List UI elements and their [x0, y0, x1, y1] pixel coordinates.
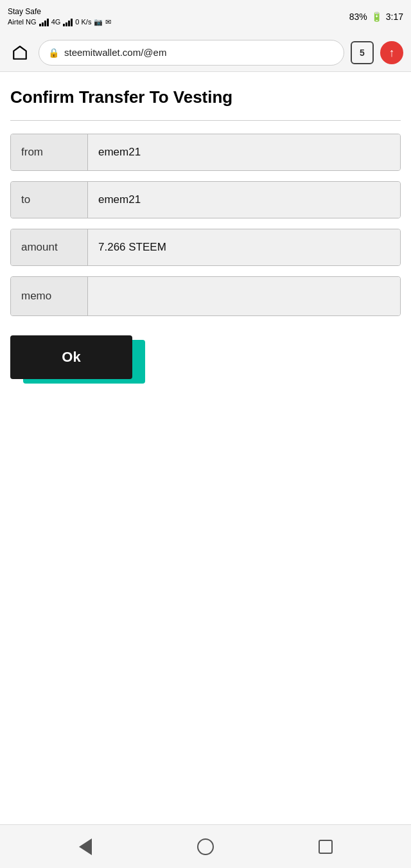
- data-speed: 0 K/s: [75, 17, 91, 26]
- page-title: Confirm Transfer To Vesting: [10, 87, 401, 107]
- url-text: steemitwallet.com/@em: [64, 47, 166, 58]
- amount-value: 7.266 STEEM: [88, 229, 400, 265]
- status-right: 83% 🔋 3:17: [349, 12, 403, 22]
- ok-button[interactable]: Ok: [10, 335, 132, 379]
- memo-row: memo: [10, 276, 401, 316]
- to-value: emem21: [88, 182, 400, 218]
- status-bar: Stay Safe Airtel NG 4G 0 K/s 📷 ✉ 83: [0, 0, 411, 33]
- ok-button-container: Ok: [10, 335, 145, 384]
- amount-label: amount: [11, 229, 88, 265]
- carrier-sub: Airtel NG: [8, 17, 37, 26]
- tab-count: 5: [360, 48, 365, 58]
- time: 3:17: [386, 12, 403, 22]
- camera-icon: 📷: [94, 17, 103, 26]
- recents-icon: [319, 840, 333, 854]
- lock-icon: 🔒: [48, 48, 59, 58]
- amount-row: amount 7.266 STEEM: [10, 229, 401, 266]
- page-content: Confirm Transfer To Vesting from emem21 …: [0, 72, 411, 824]
- mail-icon: ✉: [105, 17, 111, 26]
- url-bar[interactable]: 🔒 steemitwallet.com/@em: [39, 40, 344, 66]
- bottom-nav: [0, 824, 411, 868]
- upload-arrow-icon: ↑: [389, 47, 395, 58]
- nav-bar: 🔒 steemitwallet.com/@em 5 ↑: [0, 33, 411, 72]
- battery-percent: 83%: [349, 12, 367, 22]
- upload-button[interactable]: ↑: [380, 41, 403, 64]
- back-button[interactable]: [69, 831, 101, 863]
- from-label: from: [11, 134, 88, 170]
- memo-label: memo: [11, 277, 88, 315]
- to-row: to emem21: [10, 181, 401, 218]
- carrier-info: Stay Safe Airtel NG 4G 0 K/s 📷 ✉: [8, 7, 111, 26]
- tab-count-button[interactable]: 5: [351, 41, 374, 64]
- title-divider: [10, 120, 401, 121]
- signal-bars-2: [63, 17, 73, 26]
- signal-bars: [39, 17, 49, 26]
- ok-button-label: Ok: [62, 349, 80, 366]
- home-button[interactable]: [8, 40, 32, 65]
- battery-icon: 🔋: [371, 12, 382, 22]
- from-value: emem21: [88, 134, 400, 170]
- to-label: to: [11, 182, 88, 218]
- from-row: from emem21: [10, 134, 401, 171]
- recents-button[interactable]: [310, 831, 342, 863]
- network-type: 4G: [51, 17, 61, 26]
- home-nav-button[interactable]: [189, 831, 222, 863]
- carrier-name: Stay Safe: [8, 7, 111, 17]
- home-nav-icon: [197, 838, 214, 855]
- memo-value: [88, 277, 400, 315]
- back-icon: [79, 838, 92, 855]
- status-icons: Airtel NG 4G 0 K/s 📷 ✉: [8, 17, 111, 26]
